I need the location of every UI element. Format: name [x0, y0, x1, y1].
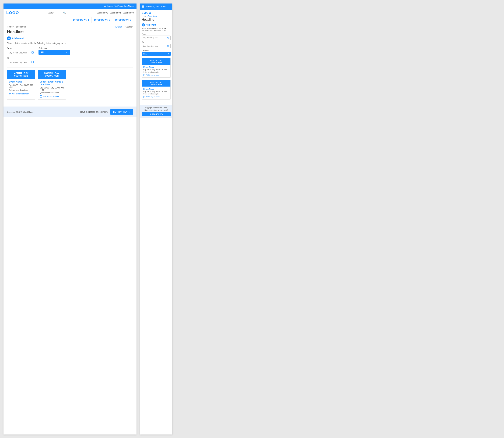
secondary-link-2[interactable]: Secondary2: [110, 11, 121, 14]
to-filter-row: To: [7, 57, 133, 65]
mobile-to-input-wrap[interactable]: [142, 44, 171, 48]
add-event-label: Add event: [12, 37, 24, 40]
mobile-event-card-0: MONTH - DAY CUSTOM ICON Event Name Day, …: [142, 58, 171, 78]
mobile-footer: Copyright ©XXXX Client Name Have a quest…: [140, 105, 172, 118]
to-calendar-icon[interactable]: [31, 61, 34, 64]
mobile-add-icon: +: [142, 23, 145, 26]
mobile-event-0-body: Event Name Day, 00/00 - Day, 00/00, AM -…: [142, 65, 170, 77]
lang-sep: |: [124, 26, 124, 28]
mobile-event-1-body: Event Name Day, 00/00 - Day, 00/00, AM -…: [142, 87, 170, 99]
category-filter-group: Category ALL ▼: [39, 47, 70, 55]
mobile-category-group: Category ALL ▼: [142, 50, 171, 56]
mobile-from-group: From: [142, 33, 171, 40]
category-value: ALL: [41, 51, 45, 54]
desktop-topbar: Welcome, FirstName LastName: [3, 3, 136, 9]
from-date-input[interactable]: [9, 52, 31, 54]
event-card-0-cal-label: Add to my calendar: [12, 93, 29, 95]
event-card-0-desc: Quick event descriptor: [9, 89, 33, 91]
event-card-1-date: Day, 00/00 - Day, 00/00, AM - PM: [40, 87, 64, 91]
mobile-chevron-icon: ▼: [168, 53, 169, 55]
mobile-event-1-cal[interactable]: Add to my calendar: [143, 96, 169, 98]
svg-rect-28: [144, 96, 145, 98]
mobile-footer-question: Have a question or comment?: [142, 109, 171, 111]
svg-rect-0: [32, 52, 34, 54]
to-date-input[interactable]: [9, 61, 31, 63]
secondary-link-3[interactable]: Secondary3: [123, 11, 134, 14]
filters-row: From Category ALL ▼: [7, 47, 133, 55]
mobile-headline: Headline: [142, 18, 171, 22]
desktop-search-box[interactable]: 🔍: [46, 11, 67, 15]
svg-rect-4: [32, 61, 34, 63]
mobile-event-0-date: Day, 00/00 - Day, 00/00, AM - PM: [143, 69, 169, 71]
event-card-1-month: MONTH - DAY: [39, 72, 64, 75]
footer-button[interactable]: BUTTON TEXT ›: [110, 109, 133, 115]
dropdown-3[interactable]: DROP DOWN 3: [113, 17, 134, 23]
svg-rect-16: [168, 37, 169, 38]
mobile-to-cal-icon[interactable]: [167, 45, 169, 47]
from-calendar-icon[interactable]: [31, 51, 34, 54]
mobile-footer-button[interactable]: BUTTON TEXT ›: [142, 112, 171, 116]
mobile-category-label: Category: [142, 50, 171, 52]
breadcrumb-home[interactable]: Home: [7, 26, 13, 28]
mobile-event-card-1: MONTH - DAY CUSTOM ICON Event Name Day, …: [142, 80, 171, 99]
footer-question: Have a question or comment?: [80, 111, 108, 113]
chevron-down-icon: ▼: [66, 51, 68, 54]
mobile-add-event-button[interactable]: + Add event: [142, 23, 156, 26]
to-filter-group: To: [7, 57, 35, 65]
mobile-topbar: ☰ Welcome, John Smith: [140, 3, 172, 10]
desktop-welcome-text: Welcome, FirstName LastName: [104, 5, 134, 7]
svg-rect-12: [40, 96, 42, 98]
mobile-from-input-wrap[interactable]: [142, 36, 171, 40]
mobile-event-0-header: MONTH - DAY CUSTOM ICON: [142, 58, 170, 65]
desktop-dropdown-row: DROP DOWN 1 DROP DOWN 2 DROP DOWN 3: [3, 17, 136, 23]
dropdown-2[interactable]: DROP DOWN 2: [92, 17, 113, 23]
mobile-event-1-name[interactable]: Event Name: [143, 88, 169, 90]
event-card-0: MONTH - DAY CUSTOM ICON Event Name Day, …: [7, 70, 35, 99]
mobile-event-0-icon: CUSTOM ICON: [143, 62, 169, 63]
breadcrumb-sep: ›: [13, 26, 14, 28]
desktop-logo: LOGO: [6, 11, 19, 15]
event-card-1-calendar[interactable]: Add to my calendar: [40, 95, 64, 98]
desktop-navbar: LOGO 🔍 Secondary1 Secondary2 Secondary3: [3, 9, 136, 17]
mobile-from-cal-icon[interactable]: [167, 36, 169, 39]
svg-rect-20: [168, 45, 169, 47]
event-card-1-desc: Quick event descriptor: [40, 92, 64, 94]
mobile-welcome-text: Welcome, John Smith: [146, 5, 166, 8]
footer-right: Have a question or comment? BUTTON TEXT …: [80, 109, 133, 115]
svg-rect-8: [9, 93, 11, 95]
mobile-to-input[interactable]: [143, 45, 167, 47]
event-card-0-month: MONTH - DAY: [9, 72, 33, 75]
event-card-1-name[interactable]: Longer Event Name 2-Line Title: [40, 80, 64, 86]
category-dropdown[interactable]: ALL ▼: [39, 50, 70, 55]
desktop-content: Home › Page Name English | Spanish Headl…: [3, 23, 136, 103]
desktop-search-input[interactable]: [47, 11, 63, 14]
mobile-event-0-desc: Quick event descriptor: [143, 71, 169, 73]
mobile-event-1-date: Day, 00/00 - Day, 00/00, AM - PM: [143, 91, 169, 92]
add-event-icon: +: [7, 36, 11, 40]
events-list: MONTH - DAY CUSTOM ICON Event Name Day, …: [7, 70, 133, 99]
lang-english[interactable]: English: [115, 26, 122, 28]
mobile-copyright: Copyright ©XXXX Client Name: [142, 107, 171, 109]
lang-spanish[interactable]: Spanish: [126, 26, 133, 28]
mobile-content: LOGO Home › Page Name Headline + Add eve…: [140, 10, 172, 103]
mobile-event-0-name[interactable]: Event Name: [143, 66, 169, 68]
hamburger-icon[interactable]: ☰: [142, 5, 144, 8]
mobile-breadcrumb-home[interactable]: Home: [142, 15, 147, 17]
to-date-input-wrap[interactable]: [7, 60, 35, 65]
from-date-input-wrap[interactable]: [7, 50, 35, 55]
secondary-link-1[interactable]: Secondary1: [97, 11, 108, 14]
event-card-1-cal-label: Add to my calendar: [43, 95, 60, 98]
mobile-category-dropdown[interactable]: ALL ▼: [142, 52, 171, 56]
add-event-button[interactable]: + Add event: [7, 36, 24, 40]
event-card-0-calendar[interactable]: Add to my calendar: [9, 92, 33, 95]
event-card-0-icon: CUSTOM ICON: [9, 75, 33, 77]
from-filter-group: From: [7, 47, 35, 55]
event-card-0-name[interactable]: Event Name: [9, 80, 33, 83]
dropdown-1[interactable]: DROP DOWN 1: [71, 17, 92, 23]
mobile-event-0-cal[interactable]: Add to my calendar: [143, 74, 169, 76]
mobile-from-input[interactable]: [143, 37, 167, 39]
mobile-event-1-icon: CUSTOM ICON: [143, 83, 169, 85]
category-label: Category: [39, 47, 70, 49]
desktop-panel: Welcome, FirstName LastName LOGO 🔍 Secon…: [3, 3, 136, 435]
event-card-0-header: MONTH - DAY CUSTOM ICON: [7, 70, 35, 79]
